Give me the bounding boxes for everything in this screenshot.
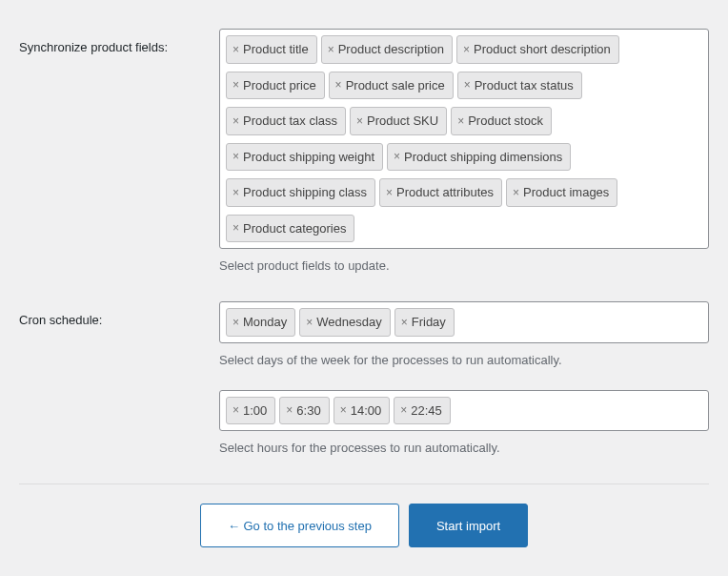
tag-label: Friday xyxy=(412,313,446,332)
tag-label: 1:00 xyxy=(243,401,267,421)
remove-tag-icon[interactable]: × xyxy=(233,187,239,198)
tag-item[interactable]: ×Product shipping dimensions xyxy=(387,143,571,172)
tag-item[interactable]: ×Product stock xyxy=(451,107,552,135)
sync-fields-content: ×Product title×Product description×Produ… xyxy=(219,29,709,273)
tag-label: Product images xyxy=(523,183,609,202)
tag-label: Product stock xyxy=(468,112,543,131)
tag-item[interactable]: ×Product categories xyxy=(226,215,354,243)
tag-label: Product shipping weight xyxy=(243,148,374,167)
tag-item[interactable]: ×Wednesday xyxy=(299,308,390,337)
remove-tag-icon[interactable]: × xyxy=(457,115,464,127)
tag-label: Product price xyxy=(243,76,316,95)
cron-days-tagbox[interactable]: ×Monday×Wednesday×Friday xyxy=(219,301,709,343)
remove-tag-icon[interactable]: × xyxy=(463,44,470,55)
remove-tag-icon[interactable]: × xyxy=(233,222,239,234)
tag-label: Product shipping class xyxy=(243,183,367,202)
remove-tag-icon[interactable]: × xyxy=(386,187,393,198)
tag-label: Product sale price xyxy=(346,76,445,95)
tag-label: Product description xyxy=(338,40,444,59)
cron-schedule-row: Cron schedule: ×Monday×Wednesday×Friday … xyxy=(19,301,709,455)
sync-fields-row: Synchronize product fields: ×Product tit… xyxy=(19,29,709,273)
remove-tag-icon[interactable]: × xyxy=(464,79,471,91)
cron-hours-helper: Select hours for the processes to run au… xyxy=(219,441,709,455)
remove-tag-icon[interactable]: × xyxy=(394,151,400,162)
tag-label: Product tax status xyxy=(475,76,574,95)
remove-tag-icon[interactable]: × xyxy=(335,79,342,91)
remove-tag-icon[interactable]: × xyxy=(513,187,519,198)
tag-item[interactable]: ×Product shipping weight xyxy=(226,143,383,172)
tag-label: Wednesday xyxy=(316,313,381,332)
tag-item[interactable]: ×Product images xyxy=(506,178,617,207)
tag-label: Product title xyxy=(243,40,309,59)
cron-days-helper: Select days of the week for the processe… xyxy=(219,353,709,367)
tag-item[interactable]: ×Product SKU xyxy=(350,107,447,135)
tag-label: Product shipping dimensions xyxy=(404,148,562,167)
tag-label: 14:00 xyxy=(351,401,382,421)
tag-label: 6:30 xyxy=(296,401,320,421)
tag-item[interactable]: ×14:00 xyxy=(334,397,391,425)
tag-label: Product short description xyxy=(474,40,611,59)
sync-fields-tagbox[interactable]: ×Product title×Product description×Produ… xyxy=(219,29,709,249)
cron-hours-tagbox[interactable]: ×1:00×6:30×14:00×22:45 xyxy=(219,390,709,432)
remove-tag-icon[interactable]: × xyxy=(340,404,347,416)
tag-label: Monday xyxy=(243,313,287,332)
remove-tag-icon[interactable]: × xyxy=(400,404,407,416)
sync-fields-label: Synchronize product fields: xyxy=(19,29,219,54)
remove-tag-icon[interactable]: × xyxy=(233,151,239,162)
tag-label: Product attributes xyxy=(396,183,494,202)
previous-step-button[interactable]: ← Go to the previous step xyxy=(200,504,399,547)
tag-item[interactable]: ×Product tax status xyxy=(457,72,582,100)
remove-tag-icon[interactable]: × xyxy=(401,317,408,328)
remove-tag-icon[interactable]: × xyxy=(306,317,313,328)
tag-item[interactable]: ×Product tax class xyxy=(226,107,346,135)
tag-item[interactable]: ×Product price xyxy=(226,72,325,100)
remove-tag-icon[interactable]: × xyxy=(356,115,363,127)
sync-fields-helper: Select product fields to update. xyxy=(219,258,709,273)
tag-item[interactable]: ×6:30 xyxy=(279,397,329,425)
remove-tag-icon[interactable]: × xyxy=(233,44,239,55)
remove-tag-icon[interactable]: × xyxy=(233,404,239,416)
button-row: ← Go to the previous step Start import xyxy=(19,504,709,547)
tag-item[interactable]: ×Product attributes xyxy=(379,178,502,207)
tag-item[interactable]: ×1:00 xyxy=(226,397,275,425)
remove-tag-icon[interactable]: × xyxy=(233,115,239,127)
remove-tag-icon[interactable]: × xyxy=(233,317,239,328)
tag-item[interactable]: ×Product title xyxy=(226,35,317,64)
tag-item[interactable]: ×22:45 xyxy=(394,397,451,425)
tag-item[interactable]: ×Monday xyxy=(226,308,295,337)
cron-schedule-content: ×Monday×Wednesday×Friday Select days of … xyxy=(219,301,709,455)
tag-label: Product categories xyxy=(243,219,346,238)
tag-label: 22:45 xyxy=(411,401,442,421)
start-import-button[interactable]: Start import xyxy=(409,504,528,547)
cron-schedule-label: Cron schedule: xyxy=(19,301,219,327)
tag-item[interactable]: ×Product sale price xyxy=(329,72,454,100)
remove-tag-icon[interactable]: × xyxy=(233,79,239,91)
tag-label: Product tax class xyxy=(243,112,337,131)
tag-item[interactable]: ×Product description xyxy=(321,35,453,64)
tag-item[interactable]: ×Product short description xyxy=(456,35,619,64)
divider xyxy=(19,483,709,484)
tag-item[interactable]: ×Friday xyxy=(394,308,455,337)
tag-item[interactable]: ×Product shipping class xyxy=(226,178,375,207)
remove-tag-icon[interactable]: × xyxy=(286,404,293,416)
tag-label: Product SKU xyxy=(367,112,438,131)
remove-tag-icon[interactable]: × xyxy=(328,44,334,55)
